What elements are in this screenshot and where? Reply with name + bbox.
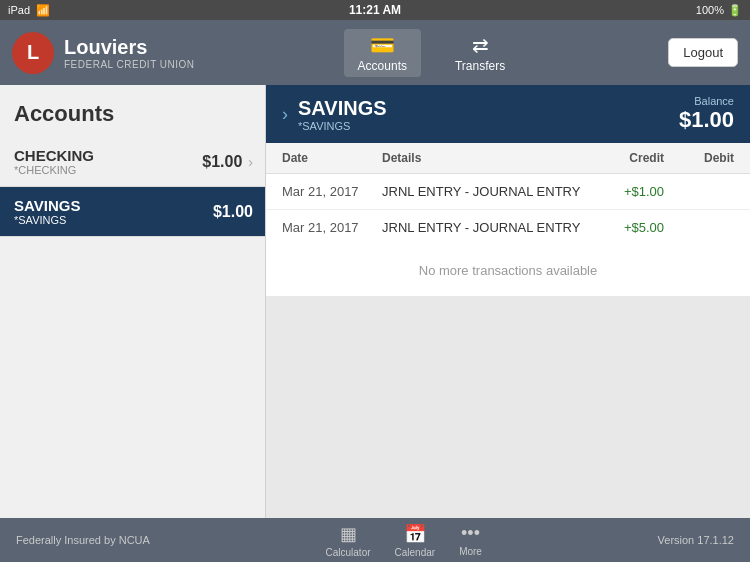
accounts-icon: 💳 — [370, 33, 395, 57]
status-right: 100% 🔋 — [696, 4, 742, 17]
logo-icon: L — [12, 32, 54, 74]
balance-amount: $1.00 — [679, 107, 734, 133]
col-debit: Debit — [664, 151, 734, 165]
account-item-checking[interactable]: CHECKING *CHECKING $1.00 › — [0, 137, 265, 187]
table-row[interactable]: Mar 21, 2017 JRNL ENTRY - JOURNAL ENTRY … — [266, 174, 750, 210]
status-time: 11:21 AM — [349, 3, 401, 17]
tx-header-row: Date Details Credit Debit — [266, 143, 750, 174]
tab-accounts-label: Accounts — [358, 59, 407, 73]
balance-label: Balance — [679, 95, 734, 107]
bottom-tabs: ▦ Calculator 📅 Calendar ••• More — [326, 523, 482, 558]
tx-details: JRNL ENTRY - JOURNAL ENTRY — [382, 184, 584, 199]
tab-calendar[interactable]: 📅 Calendar — [395, 523, 436, 558]
tab-transfers[interactable]: ⇄ Transfers — [441, 29, 519, 77]
col-details: Details — [382, 151, 584, 165]
device-label: iPad — [8, 4, 30, 16]
tx-date: Mar 21, 2017 — [282, 220, 382, 235]
chevron-right-icon: › — [248, 154, 253, 170]
account-item-right: $1.00 › — [202, 153, 253, 171]
sidebar: Accounts CHECKING *CHECKING $1.00 › SAVI… — [0, 85, 266, 518]
tx-date: Mar 21, 2017 — [282, 184, 382, 199]
tx-rows: Mar 21, 2017 JRNL ENTRY - JOURNAL ENTRY … — [266, 174, 750, 245]
logo-text: Louviers FEDERAL CREDIT UNION — [64, 35, 195, 71]
account-expand-icon: › — [282, 104, 288, 125]
calendar-icon: 📅 — [404, 523, 426, 545]
account-sub-savings: *SAVINGS — [14, 214, 80, 226]
transactions-table: Date Details Credit Debit Mar 21, 2017 J… — [266, 143, 750, 296]
calendar-label: Calendar — [395, 547, 436, 558]
account-title-block: SAVINGS *SAVINGS — [298, 97, 387, 132]
more-label: More — [459, 546, 482, 557]
tab-accounts[interactable]: 💳 Accounts — [344, 29, 421, 77]
logo-area: L Louviers FEDERAL CREDIT UNION — [12, 32, 195, 74]
brand-sub: FEDERAL CREDIT UNION — [64, 59, 195, 71]
tab-transfers-label: Transfers — [455, 59, 505, 73]
nav-tabs: 💳 Accounts ⇄ Transfers — [344, 29, 520, 77]
battery-icon: 🔋 — [728, 4, 742, 17]
calculator-label: Calculator — [326, 547, 371, 558]
status-bar: iPad 📶 11:21 AM 100% 🔋 — [0, 0, 750, 20]
header: L Louviers FEDERAL CREDIT UNION 💳 Accoun… — [0, 20, 750, 85]
account-detail-name: SAVINGS — [298, 97, 387, 120]
account-balance-block: Balance $1.00 — [679, 95, 734, 133]
tx-credit: +$1.00 — [584, 184, 664, 199]
content-area: › SAVINGS *SAVINGS Balance $1.00 Date De… — [266, 85, 750, 518]
sidebar-title: Accounts — [0, 85, 265, 137]
account-amount-right-savings: $1.00 — [213, 203, 253, 221]
account-sub-checking: *CHECKING — [14, 164, 94, 176]
col-credit: Credit — [584, 151, 664, 165]
brand-name: Louviers — [64, 35, 195, 59]
logout-button[interactable]: Logout — [668, 38, 738, 67]
account-name-savings: SAVINGS — [14, 197, 80, 214]
more-icon: ••• — [461, 523, 480, 544]
no-more-transactions: No more transactions available — [266, 245, 750, 296]
account-detail-sub: *SAVINGS — [298, 120, 387, 132]
transfers-icon: ⇄ — [472, 33, 489, 57]
tab-more[interactable]: ••• More — [459, 523, 482, 558]
tab-calculator[interactable]: ▦ Calculator — [326, 523, 371, 558]
tx-details: JRNL ENTRY - JOURNAL ENTRY — [382, 220, 584, 235]
status-left: iPad 📶 — [8, 4, 50, 17]
account-name-checking: CHECKING — [14, 147, 94, 164]
account-header-left: › SAVINGS *SAVINGS — [282, 97, 387, 132]
account-detail-header: › SAVINGS *SAVINGS Balance $1.00 — [266, 85, 750, 143]
tx-credit: +$5.00 — [584, 220, 664, 235]
version-label: Version 17.1.12 — [658, 534, 734, 546]
account-amount-savings: $1.00 — [213, 203, 253, 221]
table-row[interactable]: Mar 21, 2017 JRNL ENTRY - JOURNAL ENTRY … — [266, 210, 750, 245]
col-date: Date — [282, 151, 382, 165]
wifi-icon: 📶 — [36, 4, 50, 17]
account-item-left-savings: SAVINGS *SAVINGS — [14, 197, 80, 226]
account-item-left: CHECKING *CHECKING — [14, 147, 94, 176]
calculator-icon: ▦ — [340, 523, 357, 545]
battery-label: 100% — [696, 4, 724, 16]
main-layout: Accounts CHECKING *CHECKING $1.00 › SAVI… — [0, 85, 750, 518]
account-item-savings[interactable]: SAVINGS *SAVINGS $1.00 — [0, 187, 265, 237]
ncua-label: Federally Insured by NCUA — [16, 534, 150, 546]
account-amount-checking: $1.00 — [202, 153, 242, 171]
bottom-bar: Federally Insured by NCUA ▦ Calculator 📅… — [0, 518, 750, 562]
